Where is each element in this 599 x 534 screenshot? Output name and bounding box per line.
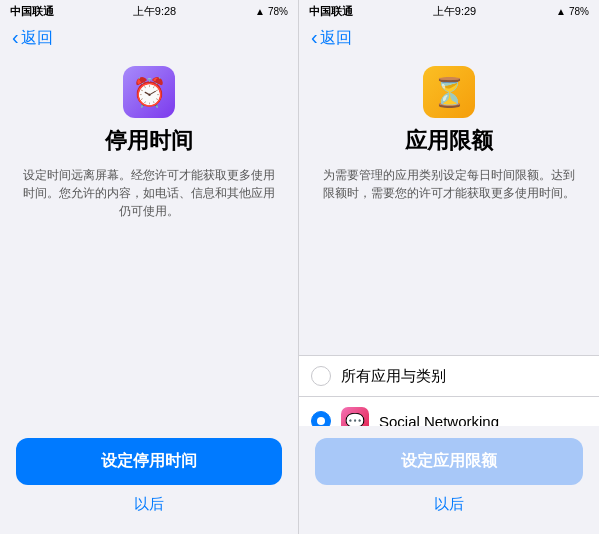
right-panel: 中国联通 上午9:29 ▲ 78% ‹ 返回 ⏳ 应用限额 为需要管理的应用类别… <box>299 0 599 534</box>
right-back-label: 返回 <box>320 28 352 49</box>
left-nav-bar: ‹ 返回 <box>0 22 298 58</box>
left-panel: 中国联通 上午9:28 ▲ 78% ‹ 返回 ⏰ 停用时间 设定时间远离屏幕。经… <box>0 0 299 534</box>
apptime-app-icon: ⏳ <box>423 66 475 118</box>
all-apps-row[interactable]: 所有应用与类别 <box>299 356 599 397</box>
left-page-desc: 设定时间远离屏幕。经您许可才能获取更多使用时间。您允许的内容，如电话、信息和其他… <box>20 166 278 220</box>
left-carrier: 中国联通 <box>10 4 54 19</box>
left-status-icons: ▲ 78% <box>255 6 288 17</box>
right-bottom-area: 设定应用限额 以后 <box>299 426 599 534</box>
left-content: ⏰ 停用时间 设定时间远离屏幕。经您许可才能获取更多使用时间。您允许的内容，如电… <box>0 58 298 453</box>
downtime-icon-glyph: ⏰ <box>132 76 167 109</box>
right-back-button[interactable]: ‹ 返回 <box>311 28 352 49</box>
left-back-label: 返回 <box>21 28 53 49</box>
right-status-bar: 中国联通 上午9:29 ▲ 78% <box>299 0 599 22</box>
battery-icon: 78% <box>268 6 288 17</box>
left-page-title: 停用时间 <box>105 126 193 156</box>
back-chevron-icon: ‹ <box>12 27 19 47</box>
right-back-chevron-icon: ‹ <box>311 27 318 47</box>
right-content: ⏳ 应用限额 为需要管理的应用类别设定每日时间限额。达到限额时，需要您的许可才能… <box>299 58 599 351</box>
left-bottom-area: 设定停用时间 以后 <box>0 426 298 534</box>
right-nav-bar: ‹ 返回 <box>299 22 599 58</box>
right-battery-icon: 78% <box>569 6 589 17</box>
right-page-title: 应用限额 <box>405 126 493 156</box>
left-status-bar: 中国联通 上午9:28 ▲ 78% <box>0 0 298 22</box>
left-time: 上午9:28 <box>133 4 176 19</box>
right-later-link[interactable]: 以后 <box>315 495 583 514</box>
all-apps-label: 所有应用与类别 <box>341 367 587 386</box>
left-later-link[interactable]: 以后 <box>16 495 282 514</box>
left-back-button[interactable]: ‹ 返回 <box>12 28 53 49</box>
apptime-icon-glyph: ⏳ <box>432 76 467 109</box>
all-apps-radio[interactable] <box>311 366 331 386</box>
set-downtime-button[interactable]: 设定停用时间 <box>16 438 282 485</box>
right-status-icons: ▲ 78% <box>556 6 589 17</box>
set-apptime-button[interactable]: 设定应用限额 <box>315 438 583 485</box>
downtime-app-icon: ⏰ <box>123 66 175 118</box>
right-wifi-icon: ▲ <box>556 6 566 17</box>
wifi-icon: ▲ <box>255 6 265 17</box>
right-page-desc: 为需要管理的应用类别设定每日时间限额。达到限额时，需要您的许可才能获取更多使用时… <box>319 166 579 202</box>
right-carrier: 中国联通 <box>309 4 353 19</box>
right-time: 上午9:29 <box>433 4 476 19</box>
